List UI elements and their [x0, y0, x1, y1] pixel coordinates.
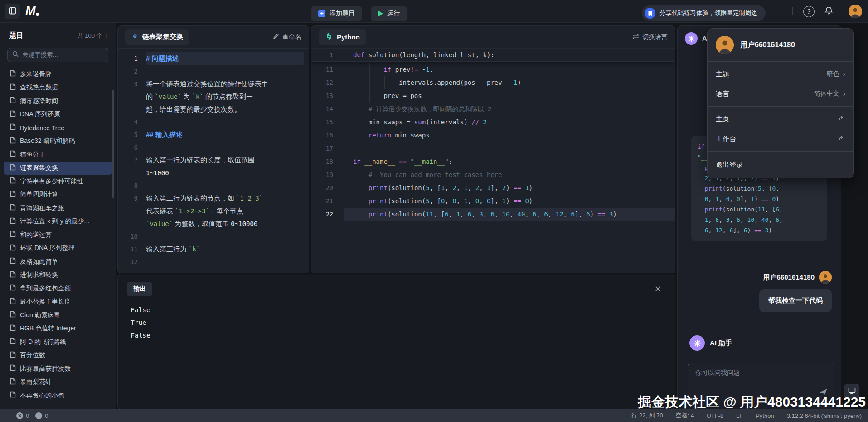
error-icon[interactable]: ✕: [16, 412, 23, 419]
markdown-line[interactable]: 1# 问题描述: [118, 52, 309, 65]
markdown-line[interactable]: 1~1000: [118, 167, 309, 179]
markdown-line[interactable]: 7输入第一行为链表的长度，取值范围: [118, 154, 309, 167]
markdown-line-content: ## 输入描述: [146, 128, 304, 141]
sidebar-scrollbar[interactable]: [112, 90, 114, 198]
markdown-line[interactable]: `value` 为整数，取值范围 0~10000: [118, 217, 309, 230]
code-line[interactable]: 14 # 计算最少交换次数，即间隔的总和除以 2: [311, 103, 675, 116]
markdown-line[interactable]: 9输入第二行为链表的节点，如 `1 2 3`: [118, 192, 309, 205]
code-line[interactable]: 13 prev = pos: [311, 89, 675, 103]
status-line-col[interactable]: 行 22, 列 70: [631, 412, 663, 420]
code-line[interactable]: 11 if prev!= -1:: [311, 63, 675, 76]
output-tab[interactable]: 输出: [127, 282, 152, 296]
sidebar-item[interactable]: 病毒感染时间: [4, 94, 112, 108]
code-line[interactable]: 17: [311, 142, 675, 155]
markdown-line[interactable]: 的 `value` 为 `k` 的节点都聚到一: [118, 90, 309, 103]
sidebar-item[interactable]: 阿 D 的飞行路线: [4, 335, 112, 349]
sidebar-item[interactable]: 猫鱼分干: [4, 148, 112, 162]
sidebar-item[interactable]: Bytedance Tree: [4, 121, 112, 135]
sort-up-icon[interactable]: ↑: [105, 32, 108, 39]
sidebar-item[interactable]: Base32 编码和解码: [4, 135, 112, 148]
markdown-line[interactable]: 起，给出需要的最少交换次数。: [118, 103, 309, 116]
status-interpreter[interactable]: 3.12.2 64-bit ('shims': pyenv): [787, 412, 862, 419]
sidebar-item[interactable]: 青海湖租车之旅: [4, 201, 112, 215]
sidebar-item[interactable]: Cion 勒索病毒: [4, 309, 112, 322]
problem-title: 链表聚集交换: [142, 33, 183, 41]
code-line[interactable]: 22 print(solution(11, [6, 1, 6, 3, 6, 10…: [311, 208, 675, 221]
language-menu-item[interactable]: 语言 简体中文›: [708, 84, 853, 104]
code-line[interactable]: 18if __name__ == "__main__":: [311, 155, 675, 168]
sidebar-item[interactable]: 字符串有多少种可能性: [4, 175, 112, 188]
user-avatar[interactable]: [849, 5, 862, 18]
code-line[interactable]: 16 return min_swaps: [311, 129, 675, 142]
sparkle-icon: [685, 32, 698, 45]
code-line[interactable]: 12 intervals.append(pos - prev - 1): [311, 76, 675, 89]
markdown-line[interactable]: 代表链表 `1->2->3`，每个节点: [118, 205, 309, 217]
logout-menu-item[interactable]: 退出登录: [708, 154, 853, 176]
rename-button[interactable]: 重命名: [273, 33, 301, 41]
line-number: [118, 205, 146, 217]
workbench-menu-item[interactable]: 工作台: [708, 129, 853, 149]
sidebar-item[interactable]: 简单四则计算: [4, 188, 112, 202]
sidebar-item[interactable]: 和的逆运算: [4, 228, 112, 242]
markdown-line[interactable]: 11输入第三行为 `k`: [118, 243, 309, 255]
code-line[interactable]: 15 min_swaps = sum(intervals) // 2: [311, 116, 675, 129]
markdown-editor[interactable]: 1# 问题描述23将一个链表通过交换位置的操作使链表中的 `value` 为 `…: [118, 49, 309, 268]
switch-language-button[interactable]: 切换语言: [632, 33, 668, 41]
sidebar-item[interactable]: 暴雨梨花针: [4, 376, 112, 389]
marscode-logo[interactable]: M: [25, 3, 44, 19]
sidebar-item[interactable]: DNA 序列还原: [4, 108, 112, 122]
problem-title-chip[interactable]: 链表聚集交换: [125, 29, 189, 45]
sidebar-item[interactable]: 最小替换子串长度: [4, 295, 112, 309]
status-spaces[interactable]: 空格: 4: [676, 412, 694, 420]
line-number: 10: [118, 230, 146, 243]
sidebar-item[interactable]: RGB 色值转 Integer: [4, 322, 112, 336]
run-button[interactable]: 运行: [371, 6, 407, 21]
status-eol[interactable]: LF: [736, 412, 743, 419]
sidebar-item-label: 猫鱼分干: [20, 151, 45, 159]
sidebar-item-label: 字符串有多少种可能性: [20, 177, 83, 186]
sidebar-item[interactable]: 不再贪心的小包: [4, 389, 112, 402]
markdown-line[interactable]: 12: [118, 255, 309, 268]
close-icon[interactable]: ✕: [655, 285, 661, 293]
code-line[interactable]: 20 print(solution(5, [1, 2, 1, 2, 1], 2)…: [311, 182, 675, 195]
sidebar-item[interactable]: 拿到最多红包金额: [4, 282, 112, 295]
markdown-line[interactable]: 2: [118, 65, 309, 78]
status-language[interactable]: Python: [756, 412, 774, 419]
markdown-line-content: 将一个链表通过交换位置的操作使链表中: [146, 78, 304, 90]
sidebar-item[interactable]: 链表聚集交换: [4, 162, 112, 175]
sidebar-item[interactable]: 及格如此简单: [4, 255, 112, 269]
sidebar-toggle-button[interactable]: [5, 4, 20, 19]
markdown-line-content: [146, 179, 304, 192]
chat-user-row: 用户6601614180: [763, 271, 832, 284]
theme-menu-item[interactable]: 主题 暗色›: [708, 64, 853, 84]
sidebar-item[interactable]: 多米诺骨牌: [4, 68, 112, 81]
markdown-line[interactable]: 3将一个链表通过交换位置的操作使链表中: [118, 78, 309, 90]
markdown-line[interactable]: 6: [118, 141, 309, 154]
bell-icon[interactable]: [824, 6, 834, 17]
code-line[interactable]: 21 print(solution(5, [0, 0, 1, 0, 0], 1)…: [311, 195, 675, 208]
code-line-content: min_swaps = sum(intervals) // 2: [344, 116, 675, 129]
code-line[interactable]: 19 # You can add more test cases here: [311, 168, 675, 182]
sidebar-item[interactable]: 百分位数: [4, 349, 112, 363]
status-encoding[interactable]: UTF-8: [707, 412, 723, 419]
sidebar-item[interactable]: 进制求和转换: [4, 269, 112, 282]
file-icon: [10, 338, 16, 346]
code-editor[interactable]: 1def solution(length, linked_list, k):11…: [311, 49, 675, 221]
code-sticky-line[interactable]: 1def solution(length, linked_list, k):: [311, 49, 675, 62]
add-problem-button[interactable]: + 添加题目: [311, 6, 362, 21]
markdown-line[interactable]: 8: [118, 179, 309, 192]
markdown-line[interactable]: 10: [118, 230, 309, 243]
home-menu-item[interactable]: 主页: [708, 109, 853, 129]
search-input[interactable]: 关键字搜索...: [7, 48, 108, 62]
warning-icon[interactable]: !: [35, 412, 42, 419]
sidebar-item[interactable]: 比赛最高获胜次数: [4, 362, 112, 376]
file-icon: [10, 351, 16, 360]
language-tab[interactable]: Python: [319, 29, 366, 45]
promo-banner[interactable]: 分享代码练习体验，领限量定制周边: [642, 5, 766, 21]
markdown-line[interactable]: 5## 输入描述: [118, 128, 309, 141]
sidebar-item[interactable]: 环状 DNA 序列整理: [4, 242, 112, 255]
sidebar-item[interactable]: 计算位置 x 到 y 的最少...: [4, 215, 112, 229]
markdown-line[interactable]: 4: [118, 116, 309, 128]
sidebar-item[interactable]: 查找热点数据: [4, 81, 112, 95]
help-icon[interactable]: ?: [803, 6, 815, 17]
